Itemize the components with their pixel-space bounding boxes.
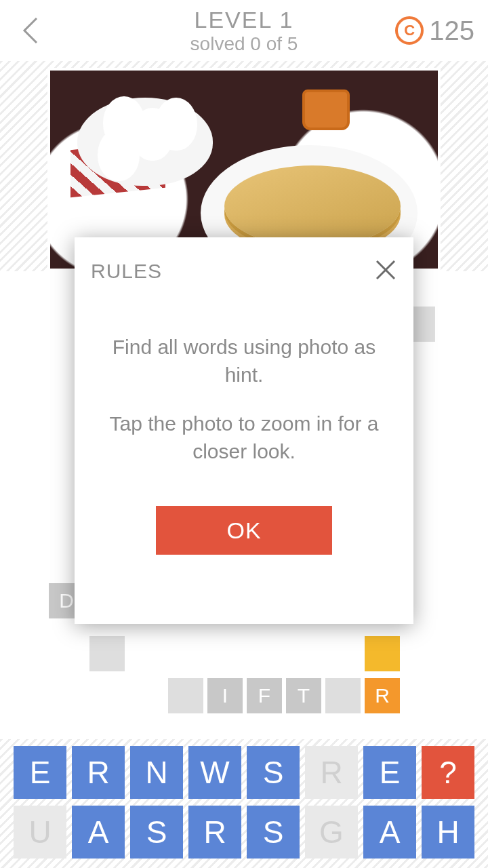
- letter-tile[interactable]: S: [247, 746, 300, 799]
- letter-tile[interactable]: R: [305, 746, 358, 799]
- modal-title: RULES: [91, 260, 162, 283]
- answer-word-row: I F T R: [168, 678, 400, 713]
- rules-modal: RULES Find all words using photo as hint…: [75, 237, 413, 624]
- letter-bank-row: UASRSGAH: [8, 806, 480, 859]
- answer-slot-group: [89, 636, 125, 671]
- chevron-left-icon: [20, 16, 41, 45]
- answer-slot-group: [365, 636, 400, 671]
- answer-slot[interactable]: I: [207, 678, 243, 713]
- coin-icon: C: [395, 16, 424, 45]
- answer-slot-highlight[interactable]: R: [365, 678, 400, 713]
- letter-tile[interactable]: E: [14, 746, 66, 799]
- cup: [302, 90, 350, 130]
- rules-text-1: Find all words using photo as hint.: [95, 334, 393, 389]
- close-icon: [374, 258, 397, 281]
- coin-amount: 125: [429, 16, 474, 46]
- close-button[interactable]: [374, 258, 397, 284]
- letter-tile[interactable]: G: [305, 806, 358, 859]
- coin-counter[interactable]: C 125: [395, 16, 474, 46]
- rules-text-2: Tap the photo to zoom in for a closer lo…: [95, 410, 393, 465]
- letter-tile[interactable]: N: [130, 746, 183, 799]
- egg: [98, 128, 140, 181]
- header: LEVEL 1 solved 0 of 5 C 125: [0, 0, 488, 61]
- answer-slot-highlight[interactable]: [365, 636, 400, 671]
- modal-header: RULES: [91, 256, 397, 286]
- letter-tile[interactable]: H: [422, 806, 474, 859]
- letter-bank: ERNWSRE? UASRSGAH: [0, 739, 488, 868]
- back-button[interactable]: [14, 14, 47, 47]
- letter-tile[interactable]: A: [72, 806, 125, 859]
- letter-tile[interactable]: A: [363, 806, 416, 859]
- ok-button[interactable]: OK: [156, 506, 332, 555]
- letter-tile[interactable]: R: [188, 806, 241, 859]
- letter-tile[interactable]: W: [188, 746, 241, 799]
- answer-slot[interactable]: [168, 678, 203, 713]
- answer-slot[interactable]: F: [247, 678, 282, 713]
- modal-body: Find all words using photo as hint. Tap …: [91, 334, 397, 465]
- answer-slot[interactable]: [89, 636, 125, 671]
- letter-tile[interactable]: U: [14, 806, 66, 859]
- answer-slot[interactable]: [325, 678, 361, 713]
- letter-tile[interactable]: R: [72, 746, 125, 799]
- pancakes: [224, 165, 401, 247]
- letter-tile[interactable]: S: [247, 806, 300, 859]
- letter-tile[interactable]: E: [363, 746, 416, 799]
- egg: [155, 98, 197, 151]
- letter-tile[interactable]: S: [130, 806, 183, 859]
- answer-slot[interactable]: T: [286, 678, 321, 713]
- hint-button[interactable]: ?: [422, 746, 474, 799]
- letter-bank-row: ERNWSRE?: [8, 746, 480, 799]
